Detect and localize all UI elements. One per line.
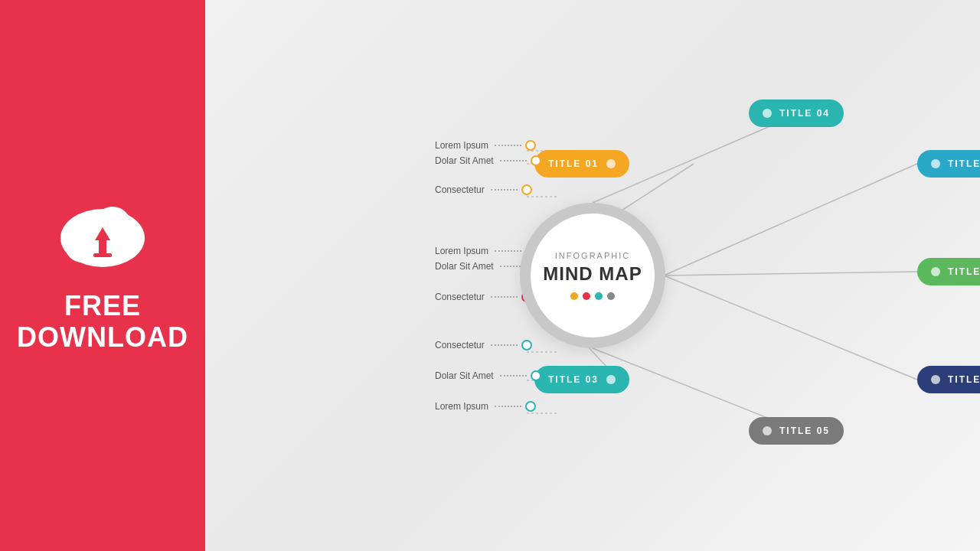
pill-dot [606, 375, 616, 384]
label-text: Lorem Ipsum [435, 140, 488, 151]
node-05-pill: TITLE 05 [749, 417, 844, 445]
node-08-pill: TITLE 08 [917, 366, 980, 393]
label-text: Dolar Sit Amet [435, 261, 494, 272]
pill-dot-left [763, 426, 772, 435]
label-dot [525, 140, 536, 151]
label-text: Dolar Sit Amet [435, 155, 494, 166]
label-n01-1: Lorem Ipsum [435, 140, 536, 151]
label-text: Dolar Sit Amet [435, 370, 494, 381]
pill-dot-left [931, 267, 940, 276]
label-text: Lorem Ipsum [435, 246, 488, 256]
label-n03-1: Consectetur [435, 340, 532, 350]
cloud-download-icon [53, 198, 152, 275]
pill-dot [606, 159, 616, 168]
dot-2 [583, 292, 590, 300]
label-n02-1: Lorem Ipsum [435, 246, 536, 256]
dotted-line [491, 344, 518, 346]
center-title: MIND MAP [543, 263, 642, 285]
label-n01-2: Dolar Sit Amet [435, 155, 541, 166]
label-text: Consectetur [435, 340, 485, 350]
dotted-line [495, 406, 521, 407]
mind-map-container: INFOGRAPHIC MIND MAP TITLE 01 TITLE 02 T… [205, 0, 980, 551]
center-subtitle: INFOGRAPHIC [555, 251, 630, 260]
dotted-line [500, 160, 527, 161]
label-dot [531, 370, 541, 381]
sidebar-free-text: FREE [64, 290, 141, 321]
label-n03-2: Dolar Sit Amet [435, 370, 541, 381]
pill-dot-left [931, 159, 940, 168]
svg-line-12 [664, 164, 917, 276]
sidebar: FREE DOWNLOAD [0, 0, 205, 551]
svg-line-14 [664, 276, 917, 380]
label-n01-3: Consectetur [435, 184, 532, 195]
label-dot [531, 155, 541, 166]
node-06-pill: TITLE 06 [917, 150, 980, 178]
node-01-pill: TITLE 01 [534, 150, 629, 178]
dotted-line [491, 189, 518, 191]
pill-dot-left [931, 375, 940, 384]
label-text: Consectetur [435, 292, 485, 302]
node-03-pill: TITLE 03 [534, 366, 629, 393]
label-dot [521, 184, 532, 195]
label-n02-3: Consectetur [435, 292, 532, 302]
label-text: Consectetur [435, 184, 485, 195]
label-n03-3: Lorem Ipsum [435, 401, 536, 412]
label-dot [521, 340, 532, 350]
label-text: Lorem Ipsum [435, 401, 488, 412]
pill-dot-left [763, 109, 772, 118]
dotted-line [495, 250, 521, 252]
sidebar-download-text: DOWNLOAD [17, 321, 188, 353]
svg-rect-6 [93, 253, 112, 257]
dot-1 [570, 292, 578, 300]
dot-3 [595, 292, 603, 300]
node-04-pill: TITLE 04 [749, 99, 844, 127]
dot-4 [607, 292, 615, 300]
center-dots [570, 292, 615, 300]
dotted-line [491, 296, 518, 298]
label-dot [525, 401, 536, 412]
dotted-line [500, 375, 527, 377]
svg-line-13 [664, 272, 917, 276]
node-07-pill: TITLE 07 [917, 258, 980, 285]
center-circle: INFOGRAPHIC MIND MAP [520, 203, 665, 348]
dotted-line [495, 145, 521, 146]
